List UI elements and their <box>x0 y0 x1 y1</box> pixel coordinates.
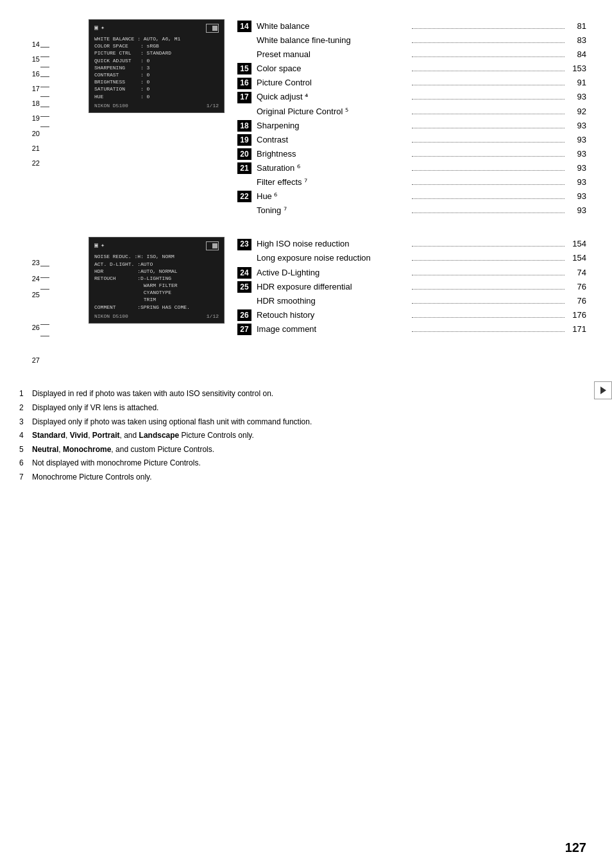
footnote-5: 5 Neutral, Monochrome, and custom Pictur… <box>19 443 586 457</box>
toc-sub-page-14-2: 84 <box>567 48 586 62</box>
page-number-value: 127 <box>565 840 586 855</box>
bscreen-brand: NIKON D5100 <box>94 313 128 319</box>
toc-page-17: 93 <box>567 90 586 104</box>
bottom-toc: 23 High ISO noise reduction 154 Long exp… <box>237 237 586 368</box>
footnote-4: 4 Standard, Vivid, Portrait, and Landsca… <box>19 429 586 443</box>
toc-sub-label-22-1: Toning ⁷ <box>257 204 409 218</box>
toc-entry-22: 22 Hue ⁶ 93 <box>237 189 586 204</box>
toc-entry-18: 18 Sharpening 93 <box>237 119 586 133</box>
toc-num-14: 14 <box>237 21 251 32</box>
toc-num-24: 24 <box>237 267 251 279</box>
screen-row-6: CONTRAST : 0 <box>94 71 219 78</box>
footnote-2: 2 Displayed only if VR lens is attached. <box>19 401 586 415</box>
toc-label-15: Color space <box>257 62 409 76</box>
toc-entry-17: 17 Quick adjust ⁴ 93 <box>237 90 586 104</box>
toc-label-22: Hue ⁶ <box>257 189 409 204</box>
toc-page-27: 171 <box>567 322 586 336</box>
toc-label-25: HDR exposure differential <box>257 280 409 294</box>
label-19: 19 <box>32 111 40 126</box>
toc-page-20: 93 <box>567 147 586 161</box>
toc-label-24: Active D-Lighting <box>257 266 409 280</box>
play-icon <box>599 386 607 395</box>
toc-dots-17 <box>412 99 565 100</box>
fn-num-7: 7 <box>19 471 28 485</box>
toc-sub-25-1: HDR smoothing 76 <box>237 294 586 308</box>
fn-text-4: Standard, Vivid, Portrait, and Landscape… <box>32 429 254 443</box>
label-14: 14 <box>32 37 40 52</box>
toc-num-25: 25 <box>237 281 251 293</box>
bscreen-row-8: COMMENT :SPRING HAS COME. <box>94 304 219 311</box>
top-section: 14 15 16 17 18 19 20 21 22 <box>19 19 586 218</box>
toc-dots-21 <box>412 170 565 171</box>
footnotes-section: 1 Displayed in red if photo was taken wi… <box>19 387 586 484</box>
toc-sub-dots-23-1 <box>412 260 565 261</box>
label-20: 20 <box>32 126 40 141</box>
toc-dots-16 <box>412 85 565 85</box>
bscreen-row-7: TRIM <box>94 296 219 303</box>
toc-sub-label-17-1: Original Picture Control ⁵ <box>257 105 409 119</box>
nav-arrow-button[interactable] <box>594 381 612 399</box>
label-17: 17 <box>32 82 40 96</box>
toc-num-20: 20 <box>237 148 251 160</box>
toc-sub-page-14-1: 83 <box>567 33 586 48</box>
toc-label-18: Sharpening <box>257 119 409 133</box>
toc-dots-15 <box>412 71 565 71</box>
screen-icon-b1: ▣ <box>94 241 98 250</box>
bscreen-row-3: HDR :AUTO, NORMAL <box>94 268 219 275</box>
toc-sub-dots-17-1 <box>412 114 565 114</box>
toc-sub-page-22-1: 93 <box>567 204 586 218</box>
toc-num-26: 26 <box>237 309 251 321</box>
screen-icon-2: ✦ <box>101 24 105 33</box>
label-16: 16 <box>32 67 40 82</box>
footnote-6: 6 Not displayed with monochrome Picture … <box>19 456 586 471</box>
toc-entry-14: 14 White balance 81 <box>237 19 586 33</box>
toc-label-19: Contrast <box>257 133 409 147</box>
fn-num-5: 5 <box>19 443 28 457</box>
toc-sub-dots-21-1 <box>412 184 565 185</box>
toc-entry-16: 16 Picture Control 91 <box>237 76 586 90</box>
label-18: 18 <box>32 96 40 111</box>
label-23: 23 <box>32 255 40 271</box>
toc-num-27: 27 <box>237 324 251 335</box>
toc-sub-label-14-2: Preset manual <box>257 48 409 62</box>
screen-row-8: SATURATION : 0 <box>94 85 219 92</box>
toc-page-22: 93 <box>567 189 586 204</box>
toc-sub-label-21-1: Filter effects ⁷ <box>257 175 409 189</box>
bscreen-row-5: WARM FILTER <box>94 282 219 289</box>
screen-icon-b2: ✦ <box>101 241 105 250</box>
screen-row-3: PICTURE CTRL : STANDARD <box>94 49 219 56</box>
toc-page-21: 93 <box>567 161 586 175</box>
label-21: 21 <box>32 141 40 156</box>
toc-sub-17-1: Original Picture Control ⁵ 92 <box>237 105 586 119</box>
toc-sub-dots-14-1 <box>412 42 565 43</box>
toc-entry-20: 20 Brightness 93 <box>237 147 586 161</box>
toc-sub-label-25-1: HDR smoothing <box>257 294 409 308</box>
fn-text-3: Displayed only if photo was taken using … <box>32 415 312 430</box>
toc-page-25: 76 <box>567 280 586 294</box>
middle-section: 23 24 25 26 27 <box>19 237 586 368</box>
toc-entry-23: 23 High ISO noise reduction 154 <box>237 237 586 251</box>
footnote-7: 7 Monochrome Picture Controls only. <box>19 471 586 485</box>
screen-row-1: WHITE BALANCE : AUTO, A6, M1 <box>94 35 219 42</box>
bscreen-page: 1/12 <box>207 313 219 319</box>
toc-entry-26: 26 Retouch history 176 <box>237 308 586 322</box>
bscreen-footer: NIKON D5100 1/12 <box>94 313 219 319</box>
toc-sub-14-1: White balance fine-tuning 83 <box>237 33 586 48</box>
toc-dots-24 <box>412 275 565 275</box>
top-toc: 14 White balance 81 White balance fine-t… <box>237 19 586 218</box>
screen-row-5: SHARPENING : 3 <box>94 64 219 71</box>
toc-sub-dots-25-1 <box>412 303 565 304</box>
toc-num-21: 21 <box>237 162 251 174</box>
toc-dots-18 <box>412 128 565 128</box>
toc-num-16: 16 <box>237 78 251 89</box>
screen-icon-1: ▣ <box>94 24 98 33</box>
fn-num-2: 2 <box>19 401 28 415</box>
toc-label-17: Quick adjust ⁴ <box>257 90 409 104</box>
label-22: 22 <box>32 156 40 171</box>
toc-sub-21-1: Filter effects ⁷ 93 <box>237 175 586 189</box>
toc-label-16: Picture Control <box>257 76 409 90</box>
toc-dots-14 <box>412 28 565 29</box>
toc-page-26: 176 <box>567 308 586 322</box>
fn-num-1: 1 <box>19 387 28 401</box>
toc-entry-27: 27 Image comment 171 <box>237 322 586 336</box>
